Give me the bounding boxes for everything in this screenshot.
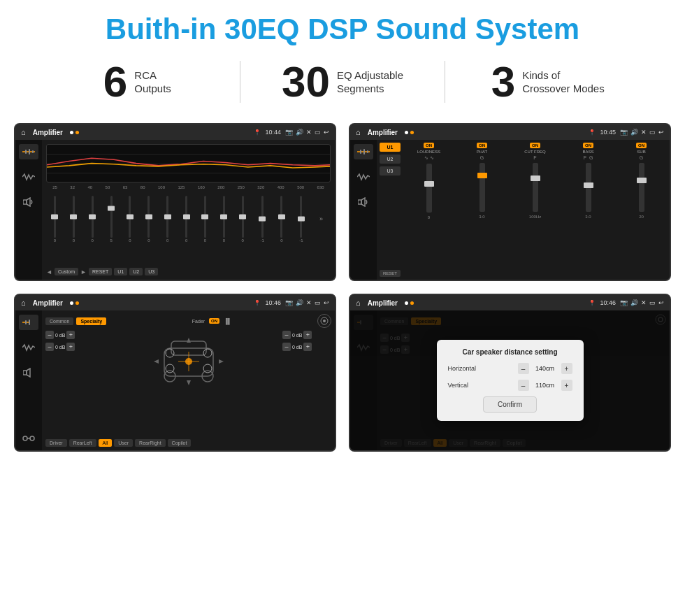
amp-home-icon: ⌂ <box>356 128 361 136</box>
amp-cutfreq-slider[interactable] <box>533 163 538 212</box>
eq-u2-btn[interactable]: U2 <box>129 268 143 275</box>
fader-sidebar-balance[interactable] <box>19 431 38 446</box>
eq-prev-btn[interactable]: ◄ <box>46 268 52 275</box>
amp-content: U1 U2 U3 RESET ON LOUDNESS ∿∿ <box>350 140 670 280</box>
eq-content: 25 32 40 50 63 80 100 125 160 200 250 32… <box>15 140 335 280</box>
fader-btn-all[interactable]: All <box>99 439 113 447</box>
dialog-title: Car speaker distance setting <box>448 348 572 356</box>
amp-phat-on[interactable]: ON <box>477 143 487 148</box>
eq-u1-btn[interactable]: U1 <box>114 268 127 275</box>
dialog-vertical-minus[interactable]: – <box>518 380 529 391</box>
header: Buith-in 30EQ DSP Sound System <box>0 0 685 53</box>
dialog-vertical-row: Vertical – 110cm + <box>448 380 572 391</box>
eq-freq-labels: 25 32 40 50 63 80 100 125 160 200 250 32… <box>46 185 331 189</box>
amp-cutfreq: ON CUT FREQ F 100Hz <box>510 143 561 277</box>
eq-more-icon[interactable]: » <box>319 215 323 222</box>
camera-icon: 📷 <box>285 129 293 136</box>
fader-plus-1[interactable]: + <box>66 331 75 339</box>
eq-slider-10[interactable]: 0 <box>223 191 225 247</box>
eq-sidebar-wave[interactable] <box>19 169 38 185</box>
fader-topbar-icons: 📷 🔊 ✕ ▭ ↩ <box>285 299 329 306</box>
amp-loudness-on[interactable]: ON <box>424 143 434 148</box>
dialog-vertical-plus[interactable]: + <box>561 380 572 391</box>
dialog-topbar: ⌂ Amplifier 📍 10:46 📷 🔊 ✕ ▭ ↩ <box>350 295 670 310</box>
dialog-horizontal-plus[interactable]: + <box>561 363 572 374</box>
fader-btn-rearleft[interactable]: RearLeft <box>69 439 96 447</box>
amp-preset-u3[interactable]: U3 <box>380 166 401 176</box>
amp-controls: ON LOUDNESS ∿∿ 0 ON PHAT G <box>403 143 667 277</box>
fader-btn-driver[interactable]: Driver <box>45 439 67 447</box>
amp-sidebar-eq[interactable] <box>354 144 373 159</box>
topbar-dots <box>70 131 79 134</box>
amp-bass-slider[interactable] <box>586 163 591 212</box>
amp-volume-icon: 🔊 <box>630 129 638 136</box>
dialog-horizontal-value: 140cm <box>532 365 558 372</box>
svg-rect-10 <box>360 150 361 154</box>
fader-minus-3[interactable]: – <box>282 331 291 339</box>
svg-marker-38 <box>154 359 159 364</box>
stat-eq-number: 30 <box>282 60 330 103</box>
fader-label-row: Fader ON ▐▌ <box>192 318 232 324</box>
amp-preset-u2[interactable]: U2 <box>380 155 401 164</box>
amp-loudness-slider[interactable] <box>426 164 432 213</box>
eq-slider-1[interactable]: 0 <box>54 191 56 247</box>
svg-rect-5 <box>32 150 34 153</box>
amp-bass-on[interactable]: ON <box>583 143 593 148</box>
fader-btn-user[interactable]: User <box>114 439 133 447</box>
dialog-horizontal-minus[interactable]: – <box>518 363 529 374</box>
amp-status-dot-2 <box>410 131 414 134</box>
eq-slider-9[interactable]: 0 <box>204 191 206 247</box>
eq-sidebar-eq[interactable] <box>19 144 38 159</box>
fader-minimize-icon: ▭ <box>315 299 321 306</box>
amp-cutfreq-on[interactable]: ON <box>530 143 540 148</box>
eq-u3-btn[interactable]: U3 <box>145 268 158 275</box>
fader-minus-2[interactable]: – <box>45 343 54 351</box>
fader-btn-rearright[interactable]: RearRight <box>135 439 166 447</box>
eq-slider-11[interactable]: 0 <box>242 191 244 247</box>
eq-slider-5[interactable]: 0 <box>129 191 131 247</box>
fader-tab-common[interactable]: Common <box>45 317 73 325</box>
fader-minus-4[interactable]: – <box>282 343 291 351</box>
amp-sub-on[interactable]: ON <box>636 143 647 148</box>
eq-slider-2[interactable]: 0 <box>73 191 75 247</box>
eq-sidebar-speaker[interactable] <box>19 194 38 210</box>
svg-point-25 <box>30 436 34 440</box>
fader-settings-icon[interactable] <box>317 314 331 328</box>
amp-sub: ON SUB G 20 <box>616 143 667 277</box>
fader-sidebar-wave[interactable] <box>19 340 38 355</box>
fader-btn-copilot[interactable]: Copilot <box>168 439 192 447</box>
eq-slider-13[interactable]: 0 <box>280 191 282 247</box>
amp-sidebar-wave[interactable] <box>354 169 373 185</box>
fader-db-row-3: – 0 dB + <box>282 331 331 339</box>
topbar-icons: 📷 🔊 ✕ ▭ ↩ <box>285 129 329 136</box>
svg-point-27 <box>323 320 326 322</box>
eq-slider-14[interactable]: -1 <box>299 191 303 247</box>
eq-slider-4[interactable]: 5 <box>110 191 112 247</box>
amp-sub-slider[interactable] <box>639 163 644 212</box>
fader-sidebar-eq[interactable] <box>19 315 38 330</box>
eq-slider-3[interactable]: 0 <box>92 191 94 247</box>
eq-slider-6[interactable]: 0 <box>147 191 150 247</box>
eq-slider-8[interactable]: 0 <box>185 191 187 247</box>
fader-sidebar-speaker[interactable] <box>19 365 38 380</box>
fader-plus-2[interactable]: + <box>66 343 75 351</box>
amp-phat-slider[interactable] <box>480 163 485 212</box>
eq-custom-btn[interactable]: Custom <box>55 268 78 275</box>
amp-sidebar-speaker[interactable] <box>354 194 373 210</box>
eq-reset-btn[interactable]: RESET <box>89 268 112 275</box>
fader-close-icon: ✕ <box>306 299 312 306</box>
eq-slider-7[interactable]: 0 <box>166 191 168 247</box>
fader-db-value-4: 0 dB <box>292 345 302 350</box>
fader-plus-3[interactable]: + <box>303 331 312 339</box>
confirm-button[interactable]: Confirm <box>483 396 537 413</box>
fader-tab-specialty[interactable]: Specialty <box>76 317 106 325</box>
location-icon: 📍 <box>254 129 261 136</box>
fader-plus-4[interactable]: + <box>303 343 312 351</box>
amp-reset-btn[interactable]: RESET <box>380 270 401 277</box>
amp-loudness-label: LOUDNESS <box>417 150 440 154</box>
eq-next-btn[interactable]: ► <box>80 268 87 275</box>
eq-bottom-bar: ◄ Custom ► RESET U1 U2 U3 <box>46 268 331 275</box>
amp-preset-u1[interactable]: U1 <box>380 143 401 152</box>
fader-minus-1[interactable]: – <box>45 331 54 339</box>
eq-slider-12[interactable]: -1 <box>260 191 264 247</box>
